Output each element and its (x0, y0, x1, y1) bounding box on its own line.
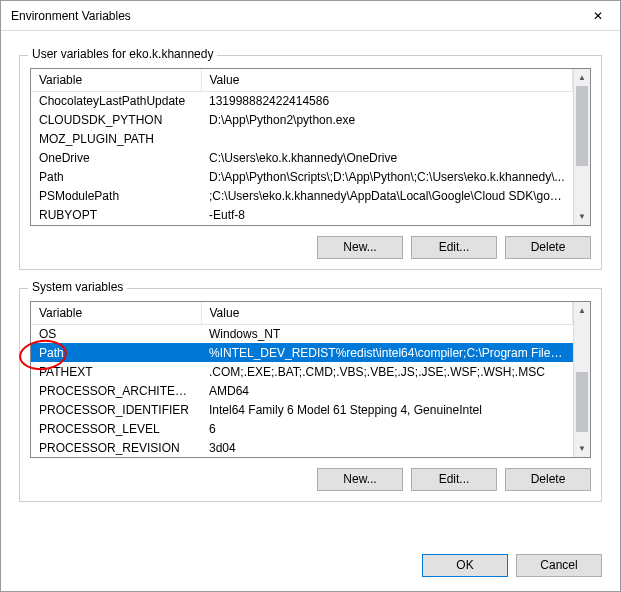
table-row[interactable]: RUBYOPT-Eutf-8 (31, 206, 573, 225)
cell-variable: RUBYOPT (31, 206, 201, 225)
table-header-row: Variable Value (31, 302, 573, 325)
window-title: Environment Variables (11, 9, 131, 23)
system-edit-button[interactable]: Edit... (411, 468, 497, 491)
system-variables-group: System variables Variable Value OSWindow… (19, 288, 602, 503)
cell-variable: Path (31, 168, 201, 187)
close-icon: ✕ (593, 9, 603, 23)
cell-variable: MOZ_PLUGIN_PATH (31, 130, 201, 149)
cell-variable: PSModulePath (31, 187, 201, 206)
cell-value: .COM;.EXE;.BAT;.CMD;.VBS;.VBE;.JS;.JSE;.… (201, 362, 573, 381)
cell-value: C:\Users\eko.k.khannedy\OneDrive (201, 149, 573, 168)
user-variables-group: User variables for eko.k.khannedy Variab… (19, 55, 602, 270)
system-variables-label: System variables (28, 280, 127, 294)
titlebar: Environment Variables ✕ (1, 1, 620, 31)
cell-value: -Eutf-8 (201, 206, 573, 225)
user-new-button[interactable]: New... (317, 236, 403, 259)
table-row[interactable]: PROCESSOR_LEVEL6 (31, 419, 573, 438)
table-row[interactable]: PROCESSOR_ARCHITECTUREAMD64 (31, 381, 573, 400)
system-variables-table[interactable]: Variable Value OSWindows_NTPath%INTEL_DE… (31, 302, 573, 458)
table-row[interactable]: PSModulePath;C:\Users\eko.k.khannedy\App… (31, 187, 573, 206)
cell-variable: PATHEXT (31, 362, 201, 381)
user-variables-table-wrap: Variable Value ChocolateyLastPathUpdate1… (30, 68, 591, 226)
cell-value: %INTEL_DEV_REDIST%redist\intel64\compile… (201, 343, 573, 362)
cell-variable: OneDrive (31, 149, 201, 168)
table-row[interactable]: PROCESSOR_IDENTIFIERIntel64 Family 6 Mod… (31, 400, 573, 419)
cell-variable: PROCESSOR_ARCHITECTURE (31, 381, 201, 400)
table-row[interactable]: PROCESSOR_REVISION3d04 (31, 438, 573, 457)
cell-variable: PROCESSOR_LEVEL (31, 419, 201, 438)
cell-value: AMD64 (201, 381, 573, 400)
user-variables-label: User variables for eko.k.khannedy (28, 47, 217, 61)
cell-value: D:\App\Python2\python.exe (201, 111, 573, 130)
cell-value (201, 130, 573, 149)
cell-value: 6 (201, 419, 573, 438)
cancel-button[interactable]: Cancel (516, 554, 602, 577)
user-variables-table[interactable]: Variable Value ChocolateyLastPathUpdate1… (31, 69, 573, 225)
close-button[interactable]: ✕ (575, 1, 620, 31)
user-delete-button[interactable]: Delete (505, 236, 591, 259)
cell-value: D:\App\Python\Scripts\;D:\App\Python\;C:… (201, 168, 573, 187)
system-scrollbar[interactable]: ▲ ▼ (573, 302, 590, 458)
cell-value: ;C:\Users\eko.k.khannedy\AppData\Local\G… (201, 187, 573, 206)
user-button-row: New... Edit... Delete (30, 236, 591, 259)
table-row[interactable]: ChocolateyLastPathUpdate1319988824224145… (31, 92, 573, 111)
cell-variable: PROCESSOR_REVISION (31, 438, 201, 457)
table-row[interactable]: OneDriveC:\Users\eko.k.khannedy\OneDrive (31, 149, 573, 168)
cell-variable: OS (31, 324, 201, 343)
user-scrollbar[interactable]: ▲ ▼ (573, 69, 590, 225)
column-header-variable[interactable]: Variable (31, 302, 201, 325)
dialog-body: User variables for eko.k.khannedy Variab… (1, 31, 620, 548)
dialog-footer: OK Cancel (1, 548, 620, 591)
cell-value: Windows_NT (201, 324, 573, 343)
cell-variable: CLOUDSDK_PYTHON (31, 111, 201, 130)
column-header-variable[interactable]: Variable (31, 69, 201, 92)
system-button-row: New... Edit... Delete (30, 468, 591, 491)
system-new-button[interactable]: New... (317, 468, 403, 491)
cell-variable: PROCESSOR_IDENTIFIER (31, 400, 201, 419)
scroll-down-icon[interactable]: ▼ (574, 208, 590, 225)
scroll-thumb[interactable] (576, 372, 588, 432)
user-edit-button[interactable]: Edit... (411, 236, 497, 259)
table-row[interactable]: PathD:\App\Python\Scripts\;D:\App\Python… (31, 168, 573, 187)
cell-variable: Path (31, 343, 201, 362)
scroll-down-icon[interactable]: ▼ (574, 440, 590, 457)
cell-value: 3d04 (201, 438, 573, 457)
cell-variable: ChocolateyLastPathUpdate (31, 92, 201, 111)
scroll-thumb[interactable] (576, 86, 588, 166)
environment-variables-dialog: Environment Variables ✕ User variables f… (0, 0, 621, 592)
table-row[interactable]: PATHEXT.COM;.EXE;.BAT;.CMD;.VBS;.VBE;.JS… (31, 362, 573, 381)
scroll-up-icon[interactable]: ▲ (574, 302, 590, 319)
table-header-row: Variable Value (31, 69, 573, 92)
scroll-up-icon[interactable]: ▲ (574, 69, 590, 86)
system-delete-button[interactable]: Delete (505, 468, 591, 491)
cell-value: 131998882422414586 (201, 92, 573, 111)
cell-value: Intel64 Family 6 Model 61 Stepping 4, Ge… (201, 400, 573, 419)
table-row[interactable]: OSWindows_NT (31, 324, 573, 343)
system-variables-table-wrap: Variable Value OSWindows_NTPath%INTEL_DE… (30, 301, 591, 459)
column-header-value[interactable]: Value (201, 69, 573, 92)
table-row[interactable]: Path%INTEL_DEV_REDIST%redist\intel64\com… (31, 343, 573, 362)
ok-button[interactable]: OK (422, 554, 508, 577)
table-row[interactable]: MOZ_PLUGIN_PATH (31, 130, 573, 149)
table-row[interactable]: CLOUDSDK_PYTHOND:\App\Python2\python.exe (31, 111, 573, 130)
column-header-value[interactable]: Value (201, 302, 573, 325)
